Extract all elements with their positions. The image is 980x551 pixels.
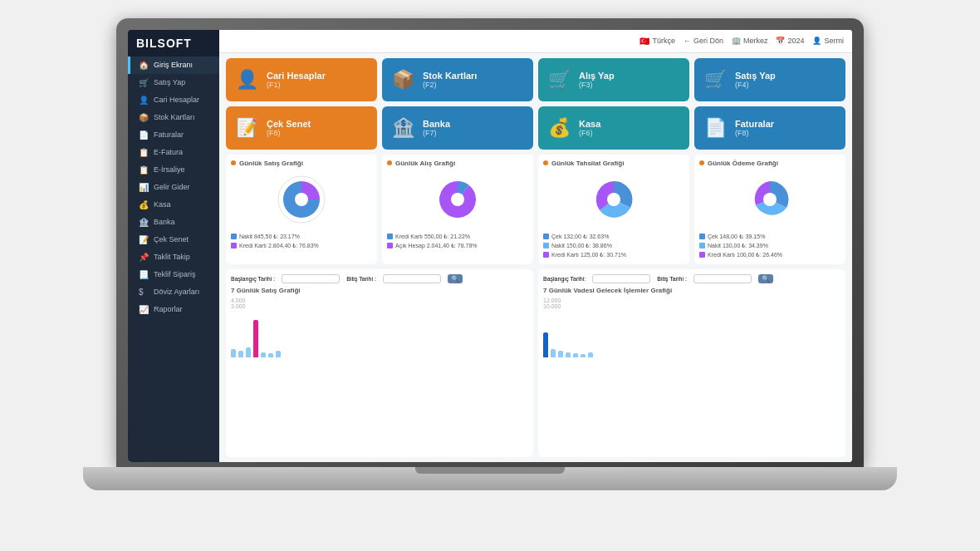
language-label: Türkçe — [652, 37, 675, 45]
card-stok[interactable]: 📦 Stok Kartları (F2) — [382, 58, 533, 101]
card-alis-title: Alış Yap — [579, 71, 615, 81]
sidebar-label-cek: Çek Senet — [154, 235, 189, 244]
sidebar-label-faturalar: Faturalar — [154, 130, 184, 139]
sidebar-item-gelir[interactable]: 📊 Gelir Gider — [128, 179, 219, 196]
sidebar-item-banka[interactable]: 🏦 Banka — [128, 214, 219, 231]
card-alis-icon: 🛒 — [548, 69, 571, 91]
chart-satis-legend: Nakit 845,50 ₺: 23.17% Kredi Kartı 2.804… — [231, 232, 372, 250]
main-content: 🇹🇷 Türkçe ← Geri Dön 🏢 Merkez 📅 2024 — [219, 30, 852, 462]
end-date-input[interactable] — [383, 274, 441, 283]
vade-bar-2 — [551, 349, 556, 357]
chart-satis-title: Günlük Satış Grafiği — [231, 160, 372, 167]
start-date-input[interactable] — [282, 274, 340, 283]
card-stok-icon: 📦 — [392, 69, 414, 91]
sidebar-label-teklif: Teklif Sipariş — [154, 270, 196, 278]
sidebar-label-kasa: Kasa — [154, 200, 171, 209]
svg-point-4 — [607, 193, 620, 206]
end-date-vade-input[interactable] — [693, 274, 752, 283]
user-avatar-icon: 👤 — [812, 37, 821, 45]
bar-chart-satis — [231, 311, 528, 361]
bar-6 — [268, 353, 273, 357]
sidebar-label-stok: Stok Kartları — [154, 113, 195, 121]
search-button-vade[interactable]: 🔍 — [758, 274, 773, 283]
sidebar-item-stok[interactable]: 📦 Stok Kartları — [128, 109, 219, 126]
vade-bar-7 — [588, 352, 593, 357]
sidebar-label-taklit: Taklit Takip — [154, 253, 190, 261]
sidebar-item-cek[interactable]: 📝 Çek Senet — [128, 231, 219, 248]
card-kasa-text: Kasa (F6) — [579, 119, 600, 137]
card-kasa-icon: 💰 — [548, 117, 571, 139]
language-selector[interactable]: 🇹🇷 Türkçe — [639, 37, 675, 46]
sidebar-label-banka: Banka — [154, 218, 175, 226]
start-date-vade-input[interactable] — [592, 274, 650, 283]
chart-dot2 — [387, 160, 392, 165]
chart-alis-legend: Kredi Kartı 550,00 ₺: 21.22% Açık Hesap … — [387, 232, 528, 250]
app-logo: BILSOFT — [128, 30, 219, 57]
sidebar-item-satis[interactable]: 🛒 Satış Yap — [128, 74, 219, 91]
laptop-base — [83, 467, 897, 490]
sidebar-item-efatura[interactable]: 📋 E-Fatura — [128, 144, 219, 161]
money-icon: 💰 — [139, 200, 149, 209]
chart-tahsilat-legend: Çek 132,00 ₺: 32.63% Nakit 150,00 ₺: 38.… — [543, 232, 684, 260]
sidebar-item-giris[interactable]: 🏠 Giriş Ekranı — [128, 57, 219, 74]
bar-5 — [261, 352, 266, 357]
chart-dot — [231, 160, 236, 165]
screen-bezel: BILSOFT 🏠 Giriş Ekranı 🛒 Satış Yap 👤 Car… — [116, 18, 864, 467]
sidebar-label-satis: Satış Yap — [154, 78, 185, 86]
back-icon: ← — [684, 37, 691, 45]
sidebar-item-doviz[interactable]: $ Döviz Ayarları — [128, 283, 219, 301]
quick-access-grid: 👤 Cari Hesaplar (F1) 📦 Stok Kartları (F2… — [219, 53, 852, 155]
topbar: 🇹🇷 Türkçe ← Geri Dön 🏢 Merkez 📅 2024 — [219, 30, 852, 53]
sidebar-item-cari[interactable]: 👤 Cari Hesaplar — [128, 91, 219, 109]
y-axis-10000: 10.000 — [543, 303, 840, 309]
geri-don-button[interactable]: ← Geri Dön — [684, 37, 723, 45]
bar-2 — [238, 351, 243, 357]
vade-bar-1 — [543, 332, 548, 357]
card-faturalar[interactable]: 📄 Faturalar (F8) — [694, 106, 845, 150]
chart-odeme-title: Günlük Ödeme Grafiği — [699, 160, 840, 167]
card-alis[interactable]: 🛒 Alış Yap (F3) — [538, 58, 689, 101]
card-alis-text: Alış Yap (F3) — [579, 71, 615, 89]
card-cek-title: Çek Senet — [267, 119, 311, 129]
pie-odeme — [699, 170, 840, 229]
pin-icon: 📌 — [139, 253, 149, 262]
merkez-button[interactable]: 🏢 Merkez — [732, 37, 768, 45]
card-cari-text: Cari Hesaplar (F1) — [267, 71, 326, 89]
start-date-label: Başlangıç Tarihi : — [231, 276, 275, 282]
chart-satis: Günlük Satış Grafiği — [226, 155, 377, 265]
screen: BILSOFT 🏠 Giriş Ekranı 🛒 Satış Yap 👤 Car… — [128, 30, 852, 462]
card-cari[interactable]: 👤 Cari Hesaplar (F1) — [226, 58, 377, 101]
merkez-icon: 🏢 — [732, 37, 741, 45]
home-icon: 🏠 — [139, 61, 149, 70]
start-date-label-vade: Başlangıç Tarihi: — [543, 276, 586, 282]
card-stok-title: Stok Kartları — [423, 71, 477, 81]
svg-point-3 — [451, 193, 464, 206]
pie-satis — [231, 170, 372, 229]
merkez-label: Merkez — [743, 37, 768, 45]
bank-icon: 🏦 — [139, 218, 149, 227]
card-cek[interactable]: 📝 Çek Senet (F8) — [226, 106, 377, 150]
card-satis[interactable]: 🛒 Satış Yap (F4) — [694, 58, 845, 101]
sidebar-item-teklif[interactable]: 📃 Teklif Sipariş — [128, 266, 219, 283]
sidebar-item-raporlar[interactable]: 📈 Raporlar — [128, 301, 219, 318]
svg-point-2 — [295, 193, 308, 206]
bar-4 — [253, 320, 258, 357]
sidebar-item-kasa[interactable]: 💰 Kasa — [128, 196, 219, 214]
charts-section: Günlük Satış Grafiği — [219, 155, 852, 270]
year-selector[interactable]: 📅 2024 — [776, 37, 804, 45]
sidebar-item-taklit[interactable]: 📌 Taklit Takip — [128, 248, 219, 266]
sidebar-item-eirsaliye[interactable]: 📋 E-İrsaliye — [128, 161, 219, 179]
sidebar-item-faturalar[interactable]: 📄 Faturalar — [128, 126, 219, 144]
card-banka-title: Banka — [423, 119, 450, 129]
card-cari-sub: (F1) — [267, 81, 326, 89]
chart-odeme: Günlük Ödeme Grafiği Çek 148,00 ₺: 3 — [694, 155, 845, 265]
bar-3 — [246, 347, 251, 357]
order-icon: 📃 — [139, 270, 149, 279]
search-button[interactable]: 🔍 — [448, 274, 463, 283]
card-kasa[interactable]: 💰 Kasa (F6) — [538, 106, 689, 150]
box-icon: 📦 — [139, 113, 149, 122]
card-banka[interactable]: 🏦 Banka (F7) — [382, 106, 533, 150]
vade-bar-4 — [566, 352, 571, 357]
card-cek-sub: (F8) — [267, 129, 311, 137]
user-menu[interactable]: 👤 Sermi — [812, 37, 844, 45]
